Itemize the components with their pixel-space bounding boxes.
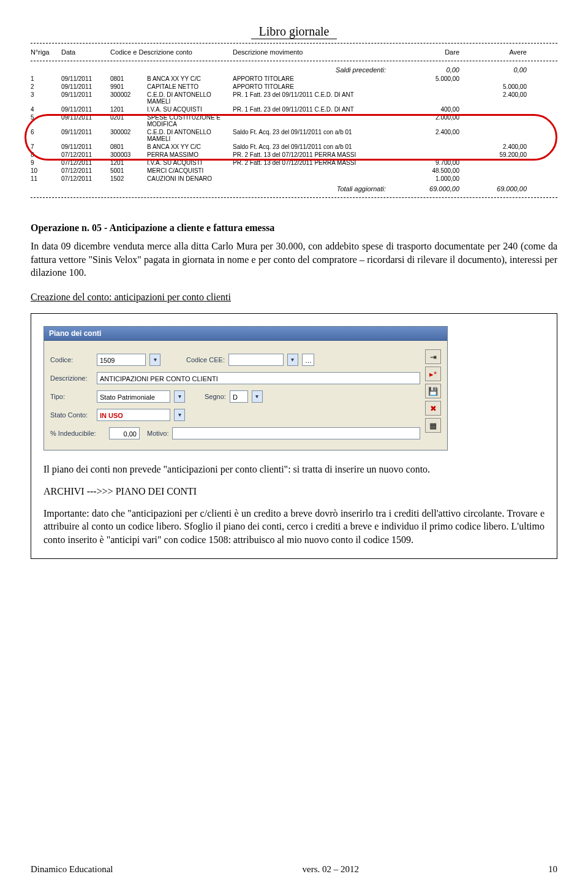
archivi-line: ARCHIVI --->>> PIANO DEI CONTI — [43, 485, 545, 498]
saldi-avere: 0,00 — [459, 66, 527, 74]
label-descrizione: Descrizione: — [50, 374, 93, 382]
ellipsis-button[interactable]: … — [302, 354, 314, 366]
exit-button[interactable]: ⇥ — [425, 349, 441, 364]
col-avere: Avere — [459, 48, 527, 56]
table-row: 907/12/20111201I.V.A. SU ACQUISTIPR. 2 F… — [31, 159, 557, 167]
col-descrmov: Descrizione movimento — [233, 48, 392, 56]
new-record-button[interactable]: ▸* — [425, 367, 441, 381]
table-row: 509/11/20110201SPESE COSTITUZIONE E MODI… — [31, 113, 557, 128]
cancel-button[interactable]: ✖ — [425, 401, 441, 416]
dropdown-icon[interactable]: ▾ — [287, 354, 298, 366]
table-row: 807/12/2011300003PERRA MASSIMOPR. 2 Fatt… — [31, 151, 557, 159]
piano-dei-conti-box: Piano dei conti Codice: 1509 ▾ Codice CE… — [31, 313, 557, 559]
box-paragraph-1: Il piano dei conti non prevede "anticipa… — [43, 463, 545, 476]
footer-center: vers. 02 – 2012 — [113, 864, 548, 875]
door-arrow-icon: ⇥ — [430, 352, 437, 362]
operation-heading: Operazione n. 05 - Anticipazione a clien… — [31, 222, 557, 234]
libro-giornale-report: Libro giornale N°riga Data Codice e Desc… — [31, 25, 557, 198]
report-column-headers: N°riga Data Codice e Descrizione conto D… — [31, 47, 557, 57]
window-titlebar: Piano dei conti — [44, 327, 447, 341]
label-codice: Codice: — [50, 356, 93, 363]
table-row: 209/11/20119901CAPITALE NETTOAPPORTO TIT… — [31, 83, 557, 91]
col-dare: Dare — [392, 48, 459, 56]
table-row: 109/11/20110801B ANCA XX YY C/CAPPORTO T… — [31, 75, 557, 83]
label-stato: Stato Conto: — [50, 411, 93, 419]
input-stato[interactable]: IN USO — [97, 409, 170, 421]
saldi-dare: 0,00 — [392, 66, 459, 74]
label-motivo: Motivo: — [147, 430, 168, 437]
totali-dare: 69.000,00 — [392, 185, 459, 192]
x-icon: ✖ — [430, 404, 437, 413]
input-motivo[interactable] — [172, 427, 420, 439]
dropdown-icon[interactable]: ▾ — [174, 390, 185, 403]
label-segno: Segno: — [205, 393, 226, 400]
floppy-icon: 💾 — [428, 387, 438, 396]
input-tipo[interactable]: Stato Patrimoniale — [97, 390, 170, 403]
piano-dei-conti-window: Piano dei conti Codice: 1509 ▾ Codice CE… — [43, 326, 448, 450]
grid-button[interactable]: ▦ — [425, 418, 441, 433]
input-indeducibile[interactable]: 0,00 — [109, 427, 140, 439]
footer-right: 10 — [548, 864, 557, 875]
report-title: Libro giornale — [251, 25, 337, 39]
grid-icon: ▦ — [429, 421, 437, 430]
table-row: 1007/12/20115001MERCI C/ACQUISTI48.500,0… — [31, 167, 557, 175]
footer-left: Dinamico Educational — [31, 864, 113, 875]
label-indeducibile: % Indeducibile: — [50, 430, 105, 437]
table-row: 709/11/20110801B ANCA XX YY C/CSaldo Ft.… — [31, 143, 557, 151]
input-codice-cee[interactable] — [228, 354, 284, 366]
col-riga: N°riga — [31, 48, 61, 56]
dropdown-icon[interactable]: ▾ — [149, 354, 160, 366]
table-row: 309/11/2011300002C.E.D. DI ANTONELLO MAM… — [31, 91, 557, 105]
totali-avere: 69.000,00 — [459, 185, 527, 192]
totali-row: Totali aggiornati: 69.000,00 69.000,00 — [31, 183, 557, 194]
col-codedesc: Codice e Descrizione conto — [110, 48, 233, 56]
label-tipo: Tipo: — [50, 393, 93, 400]
saldi-precedenti-row: Saldi precedenti: 0,00 0,00 — [31, 65, 557, 75]
dropdown-icon[interactable]: ▾ — [174, 409, 185, 421]
table-row: 609/11/2011300002C.E.D. DI ANTONELLO MAM… — [31, 128, 557, 143]
table-row: 1107/12/20111502CAUZIONI IN DENARO1.000,… — [31, 175, 557, 183]
saldi-label: Saldi precedenti: — [233, 66, 392, 74]
creazione-conto-label: Creazione del conto: anticipazioni per c… — [31, 291, 557, 304]
dropdown-icon[interactable]: ▾ — [252, 390, 263, 403]
input-codice[interactable]: 1509 — [97, 354, 146, 366]
save-button[interactable]: 💾 — [425, 384, 441, 398]
input-descrizione[interactable]: ANTICIPAZIONI PER CONTO CLIENTI — [97, 372, 420, 384]
arrow-star-icon: ▸* — [429, 370, 437, 379]
box-paragraph-importante: Importante: dato che "anticipazioni per … — [43, 507, 545, 547]
table-row: 409/11/20111201I.V.A. SU ACQUISTIPR. 1 F… — [31, 105, 557, 113]
label-codice-cee: Codice CEE: — [186, 356, 225, 363]
totali-label: Totali aggiornati: — [233, 185, 392, 192]
operation-paragraph: In data 09 dicembre venduta merce alla d… — [31, 240, 557, 279]
col-data: Data — [61, 48, 110, 56]
input-segno[interactable]: D — [230, 390, 248, 403]
